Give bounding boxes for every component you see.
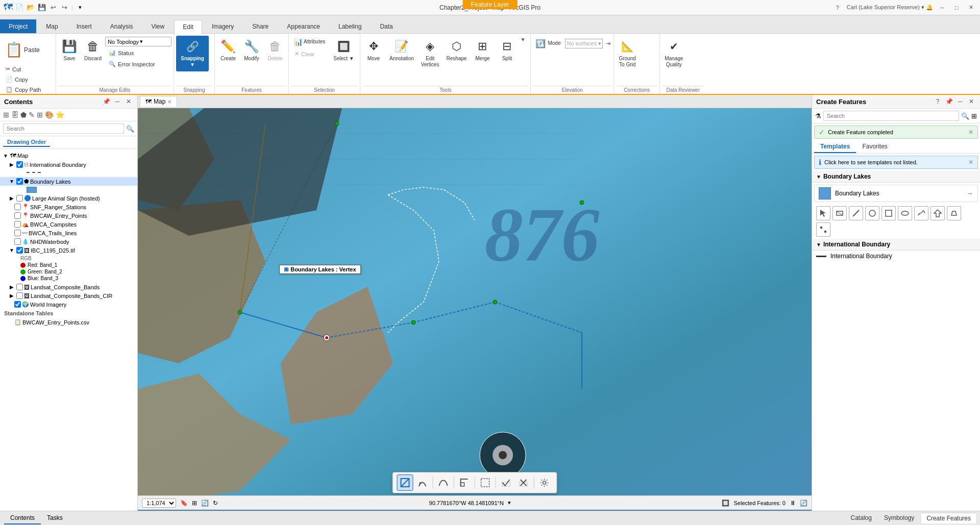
copy-button[interactable]: 📄Copy <box>2 74 44 84</box>
map-expander[interactable]: ▼ <box>2 153 9 159</box>
landsat1-expander[interactable]: ▶ <box>8 284 15 290</box>
ibc-expander[interactable]: ▼ <box>8 247 15 253</box>
layer-map[interactable]: ▼ 🗺 Map <box>0 151 137 160</box>
edit-vertices-button[interactable]: ◈ EditVertices <box>419 36 442 71</box>
modify-button[interactable]: 🔧 Modify <box>240 36 263 71</box>
status-button[interactable]: 📊 Status <box>105 48 172 58</box>
layer-snf-ranger[interactable]: 📍 SNF_Ranger_Stations <box>0 203 137 211</box>
landsat2-expander[interactable]: ▶ <box>8 293 15 298</box>
surfaces-dropdown[interactable]: No surfaces ▾ <box>565 39 603 48</box>
success-close-btn[interactable]: ✕ <box>968 129 973 136</box>
minimize-btn[interactable]: ─ <box>937 3 947 13</box>
create-button[interactable]: ✏️ Create <box>217 36 239 71</box>
customize-icon[interactable]: ▾ <box>76 4 84 12</box>
tab-map[interactable]: Map <box>37 19 66 33</box>
star-icon[interactable]: ⭐ <box>56 111 64 119</box>
coordinates-dropdown-icon[interactable]: ▾ <box>508 499 511 506</box>
bwcaw-entry-checkbox[interactable] <box>14 212 21 219</box>
tab-edit[interactable]: Edit <box>174 20 202 34</box>
landsat2-checkbox[interactable] <box>16 292 23 299</box>
layer-bwca-trails[interactable]: 〰 BWCA_Trails_lines <box>0 229 137 237</box>
ibc-checkbox[interactable] <box>16 247 23 254</box>
int-boundary-section-header[interactable]: ▼ International Boundary <box>812 239 980 251</box>
tool-ellipse[interactable] <box>898 206 912 220</box>
move-button[interactable]: ✥ Move <box>362 36 385 71</box>
bwca-trails-checkbox[interactable] <box>14 230 21 236</box>
map-tab-close[interactable]: ✕ <box>167 99 172 105</box>
create-features-pin-btn[interactable]: 📌 <box>944 97 953 106</box>
tab-data[interactable]: Data <box>371 19 401 33</box>
cut-button[interactable]: ✂Cut <box>2 64 44 74</box>
tab-analysis[interactable]: Analysis <box>102 19 142 33</box>
bezier-tool[interactable] <box>435 474 452 491</box>
contents-close-btn[interactable]: ✕ <box>124 97 133 106</box>
create-features-search-icon[interactable]: 🔍 <box>961 112 969 120</box>
bottom-tab-tasks[interactable]: Tasks <box>41 512 69 524</box>
favorites-tab[interactable]: Favorites <box>856 141 893 153</box>
offset-btn[interactable]: ⇥ <box>605 39 611 48</box>
tool-arrow[interactable] <box>930 206 945 220</box>
ground-to-grid-button[interactable]: 📐 GroundTo Grid <box>616 36 639 71</box>
delete-sketch-tool[interactable] <box>516 474 532 491</box>
map-tab[interactable]: 🗺 Map ✕ <box>140 96 177 107</box>
select-button[interactable]: 🔲 Select ▼ <box>331 36 356 71</box>
paint-icon[interactable]: 🎨 <box>45 111 54 119</box>
create-features-search-input[interactable] <box>823 111 959 121</box>
contents-min-btn[interactable]: ─ <box>113 97 122 106</box>
selection-lasso-tool[interactable] <box>477 474 494 491</box>
tab-view[interactable]: View <box>142 19 173 33</box>
mode-button[interactable]: 🔃 Mode <box>533 36 563 51</box>
refresh-icon[interactable]: 🔄 <box>201 499 209 507</box>
tool-pointer[interactable] <box>816 206 830 220</box>
int-boundary-feature-item[interactable]: International Boundary <box>812 251 980 262</box>
scale-dropdown[interactable]: 1:1,074 <box>142 498 176 508</box>
settings-tool[interactable] <box>536 474 553 491</box>
nhd-waterbody-checkbox[interactable] <box>14 238 21 245</box>
merge-button[interactable]: ⊞ Merge <box>471 36 494 71</box>
save-edits-button[interactable]: 💾 Save <box>58 36 81 71</box>
redo-icon[interactable]: ↪ <box>60 4 68 12</box>
manage-quality-button[interactable]: ✔ ManageQuality <box>662 36 685 71</box>
bottom-tab-create-features[interactable]: Create Features <box>921 513 976 523</box>
tool-circle[interactable] <box>865 206 879 220</box>
tool-rect[interactable] <box>832 206 847 220</box>
boundary-lakes-section-header[interactable]: ▼ Boundary Lakes <box>812 171 980 183</box>
tool-vertices[interactable] <box>816 222 830 237</box>
undo-icon[interactable]: ↩ <box>49 4 57 12</box>
pause-btn[interactable]: ⏸ <box>790 499 796 507</box>
line-icon[interactable]: ✎ <box>29 111 35 119</box>
finish-sketch-tool[interactable] <box>498 474 514 491</box>
arc-segment-tool[interactable] <box>414 474 431 491</box>
open-icon[interactable]: 📂 <box>27 4 35 12</box>
map-canvas[interactable]: 876 <box>138 108 812 510</box>
delete-button[interactable]: 🗑 Delete <box>264 36 286 71</box>
reshape-button[interactable]: ⬡ Reshape <box>444 36 469 71</box>
boundary-lakes-feature-item[interactable]: Boundary Lakes → <box>814 185 978 202</box>
copy-path-button[interactable]: 📋Copy Path <box>2 85 44 94</box>
tab-imagery[interactable]: Imagery <box>203 19 242 33</box>
bwca-campsites-checkbox[interactable] <box>14 221 21 228</box>
snf-ranger-checkbox[interactable] <box>14 204 21 210</box>
feature-item-arrow[interactable]: → <box>966 189 973 197</box>
boundary-lakes-expander[interactable]: ▼ <box>8 179 15 184</box>
rotation-icon[interactable]: ↻ <box>213 499 218 507</box>
create-features-min-btn[interactable]: ─ <box>955 97 965 106</box>
close-btn[interactable]: ✕ <box>966 3 976 13</box>
create-features-question-btn[interactable]: ? <box>933 97 942 106</box>
intl-boundary-checkbox[interactable] <box>16 161 23 168</box>
layer-ibc-raster[interactable]: ▼ 🖼 IBC_1195_D25.tif <box>0 246 137 255</box>
info-banner[interactable]: ℹ Click here to see templates not listed… <box>814 156 978 169</box>
layer-boundary-lakes[interactable]: ▼ ⬟ Boundary Lakes <box>0 177 137 186</box>
layer-landsat1[interactable]: ▶ 🖼 Landsat_Composite_Bands <box>0 283 137 291</box>
bookmark-icon[interactable]: 🔖 <box>180 499 188 507</box>
layer-international-boundary[interactable]: ▶ ⊟ International Boundary <box>0 160 137 169</box>
sync-btn[interactable]: 🔄 <box>800 499 807 507</box>
large-animal-checkbox[interactable] <box>16 195 23 202</box>
templates-tab[interactable]: Templates <box>814 141 856 153</box>
snapping-button[interactable]: 🔗 Snapping ▼ <box>176 36 209 71</box>
layer-bwca-campsites[interactable]: ⛺ BWCA_Campsites <box>0 220 137 229</box>
world-imagery-checkbox[interactable] <box>14 301 21 308</box>
contents-pin-btn[interactable]: 📌 <box>102 97 111 106</box>
tool-trapezoid[interactable] <box>947 206 961 220</box>
paste-button[interactable]: 📋 Paste <box>2 36 44 64</box>
